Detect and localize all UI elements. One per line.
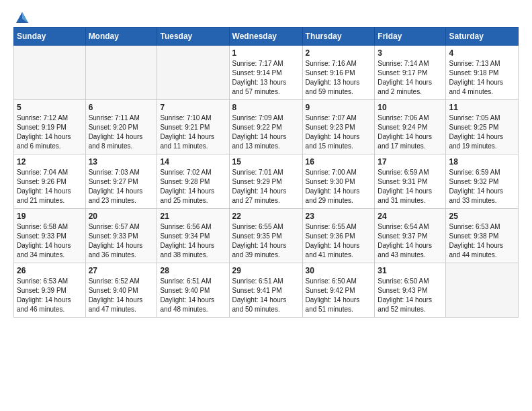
day-cell: 16Sunrise: 7:00 AM Sunset: 9:30 PM Dayli… — [302, 154, 375, 209]
day-info: Sunrise: 7:10 AM Sunset: 9:21 PM Dayligh… — [160, 113, 226, 151]
day-number: 30 — [306, 266, 372, 275]
day-cell: 7Sunrise: 7:10 AM Sunset: 9:21 PM Daylig… — [157, 100, 229, 154]
day-info: Sunrise: 7:09 AM Sunset: 9:22 PM Dayligh… — [232, 113, 300, 151]
day-info: Sunrise: 6:52 AM Sunset: 9:40 PM Dayligh… — [89, 277, 154, 314]
day-info: Sunrise: 7:14 AM Sunset: 9:17 PM Dayligh… — [378, 59, 443, 97]
day-info: Sunrise: 6:50 AM Sunset: 9:42 PM Dayligh… — [306, 277, 372, 314]
day-number: 29 — [232, 266, 300, 275]
day-cell: 19Sunrise: 6:58 AM Sunset: 9:33 PM Dayli… — [14, 209, 86, 263]
day-cell: 27Sunrise: 6:52 AM Sunset: 9:40 PM Dayli… — [85, 263, 157, 318]
day-cell: 13Sunrise: 7:03 AM Sunset: 9:27 PM Dayli… — [85, 154, 157, 209]
day-info: Sunrise: 6:59 AM Sunset: 9:32 PM Dayligh… — [449, 168, 515, 205]
day-cell: 1Sunrise: 7:17 AM Sunset: 9:14 PM Daylig… — [229, 46, 302, 100]
day-number: 25 — [449, 212, 515, 221]
day-cell: 21Sunrise: 6:56 AM Sunset: 9:34 PM Dayli… — [157, 209, 229, 263]
day-info: Sunrise: 7:07 AM Sunset: 9:23 PM Dayligh… — [306, 113, 372, 151]
day-cell: 25Sunrise: 6:53 AM Sunset: 9:38 PM Dayli… — [446, 209, 519, 263]
week-row-4: 19Sunrise: 6:58 AM Sunset: 9:33 PM Dayli… — [14, 209, 519, 263]
day-number: 15 — [232, 157, 300, 167]
day-info: Sunrise: 6:53 AM Sunset: 9:38 PM Dayligh… — [449, 222, 515, 260]
day-number: 20 — [89, 212, 154, 221]
day-info: Sunrise: 6:56 AM Sunset: 9:34 PM Dayligh… — [160, 222, 226, 260]
day-number: 2 — [306, 48, 372, 58]
day-cell: 11Sunrise: 7:05 AM Sunset: 9:25 PM Dayli… — [446, 100, 519, 154]
day-info: Sunrise: 7:12 AM Sunset: 9:19 PM Dayligh… — [17, 113, 83, 151]
col-header-tuesday: Tuesday — [157, 28, 229, 46]
day-info: Sunrise: 6:55 AM Sunset: 9:35 PM Dayligh… — [232, 222, 300, 260]
day-cell: 17Sunrise: 6:59 AM Sunset: 9:31 PM Dayli… — [375, 154, 446, 209]
col-header-friday: Friday — [375, 28, 446, 46]
day-cell: 8Sunrise: 7:09 AM Sunset: 9:22 PM Daylig… — [229, 100, 302, 154]
day-info: Sunrise: 7:13 AM Sunset: 9:18 PM Dayligh… — [449, 59, 515, 97]
day-info: Sunrise: 7:00 AM Sunset: 9:30 PM Dayligh… — [306, 168, 372, 205]
day-info: Sunrise: 6:55 AM Sunset: 9:36 PM Dayligh… — [306, 222, 372, 260]
day-number: 28 — [160, 266, 226, 275]
header — [13, 11, 519, 23]
day-number: 22 — [232, 212, 300, 221]
day-number: 4 — [449, 48, 515, 58]
week-row-2: 5Sunrise: 7:12 AM Sunset: 9:19 PM Daylig… — [14, 100, 519, 154]
day-cell: 4Sunrise: 7:13 AM Sunset: 9:18 PM Daylig… — [446, 46, 519, 100]
day-number: 5 — [17, 103, 83, 112]
day-number: 14 — [160, 157, 226, 167]
day-cell: 18Sunrise: 6:59 AM Sunset: 9:32 PM Dayli… — [446, 154, 519, 209]
day-info: Sunrise: 6:53 AM Sunset: 9:39 PM Dayligh… — [17, 277, 83, 314]
day-info: Sunrise: 7:03 AM Sunset: 9:27 PM Dayligh… — [89, 168, 154, 205]
day-cell — [446, 263, 519, 318]
day-info: Sunrise: 6:51 AM Sunset: 9:41 PM Dayligh… — [232, 277, 300, 314]
calendar-header-row: SundayMondayTuesdayWednesdayThursdayFrid… — [14, 28, 519, 46]
day-cell — [14, 46, 86, 100]
col-header-thursday: Thursday — [302, 28, 375, 46]
day-number: 3 — [378, 48, 443, 58]
day-info: Sunrise: 7:16 AM Sunset: 9:16 PM Dayligh… — [306, 59, 372, 97]
day-number: 13 — [89, 157, 154, 167]
day-cell: 5Sunrise: 7:12 AM Sunset: 9:19 PM Daylig… — [14, 100, 86, 154]
day-number: 24 — [378, 212, 443, 221]
day-number: 27 — [89, 266, 154, 275]
day-info: Sunrise: 6:59 AM Sunset: 9:31 PM Dayligh… — [378, 168, 443, 205]
day-cell: 24Sunrise: 6:54 AM Sunset: 9:37 PM Dayli… — [375, 209, 446, 263]
day-cell: 3Sunrise: 7:14 AM Sunset: 9:17 PM Daylig… — [375, 46, 446, 100]
day-number: 19 — [17, 212, 83, 221]
day-number: 9 — [306, 103, 372, 112]
day-number: 23 — [306, 212, 372, 221]
day-info: Sunrise: 6:58 AM Sunset: 9:33 PM Dayligh… — [17, 222, 83, 260]
day-cell: 28Sunrise: 6:51 AM Sunset: 9:40 PM Dayli… — [157, 263, 229, 318]
week-row-3: 12Sunrise: 7:04 AM Sunset: 9:26 PM Dayli… — [14, 154, 519, 209]
day-cell — [85, 46, 157, 100]
day-cell: 20Sunrise: 6:57 AM Sunset: 9:33 PM Dayli… — [85, 209, 157, 263]
day-number: 31 — [378, 266, 443, 275]
col-header-monday: Monday — [85, 28, 157, 46]
col-header-sunday: Sunday — [14, 28, 86, 46]
day-cell: 30Sunrise: 6:50 AM Sunset: 9:42 PM Dayli… — [302, 263, 375, 318]
col-header-saturday: Saturday — [446, 28, 519, 46]
day-cell: 6Sunrise: 7:11 AM Sunset: 9:20 PM Daylig… — [85, 100, 157, 154]
day-number: 1 — [232, 48, 300, 58]
day-info: Sunrise: 7:02 AM Sunset: 9:28 PM Dayligh… — [160, 168, 226, 205]
day-cell: 15Sunrise: 7:01 AM Sunset: 9:29 PM Dayli… — [229, 154, 302, 209]
day-info: Sunrise: 7:05 AM Sunset: 9:25 PM Dayligh… — [449, 113, 515, 151]
logo-icon — [15, 11, 30, 26]
day-cell: 23Sunrise: 6:55 AM Sunset: 9:36 PM Dayli… — [302, 209, 375, 263]
day-info: Sunrise: 7:04 AM Sunset: 9:26 PM Dayligh… — [17, 168, 83, 205]
day-number: 11 — [449, 103, 515, 112]
day-number: 26 — [17, 266, 83, 275]
day-number: 17 — [378, 157, 443, 167]
day-number: 12 — [17, 157, 83, 167]
day-cell: 10Sunrise: 7:06 AM Sunset: 9:24 PM Dayli… — [375, 100, 446, 154]
day-info: Sunrise: 7:01 AM Sunset: 9:29 PM Dayligh… — [232, 168, 300, 205]
day-number: 10 — [378, 103, 443, 112]
day-number: 7 — [160, 103, 226, 112]
logo — [13, 11, 30, 23]
week-row-5: 26Sunrise: 6:53 AM Sunset: 9:39 PM Dayli… — [14, 263, 519, 318]
day-info: Sunrise: 7:17 AM Sunset: 9:14 PM Dayligh… — [232, 59, 300, 97]
day-cell: 12Sunrise: 7:04 AM Sunset: 9:26 PM Dayli… — [14, 154, 86, 209]
day-cell: 29Sunrise: 6:51 AM Sunset: 9:41 PM Dayli… — [229, 263, 302, 318]
day-cell: 9Sunrise: 7:07 AM Sunset: 9:23 PM Daylig… — [302, 100, 375, 154]
day-number: 18 — [449, 157, 515, 167]
day-cell: 2Sunrise: 7:16 AM Sunset: 9:16 PM Daylig… — [302, 46, 375, 100]
day-info: Sunrise: 6:54 AM Sunset: 9:37 PM Dayligh… — [378, 222, 443, 260]
col-header-wednesday: Wednesday — [229, 28, 302, 46]
day-cell: 22Sunrise: 6:55 AM Sunset: 9:35 PM Dayli… — [229, 209, 302, 263]
week-row-1: 1Sunrise: 7:17 AM Sunset: 9:14 PM Daylig… — [14, 46, 519, 100]
